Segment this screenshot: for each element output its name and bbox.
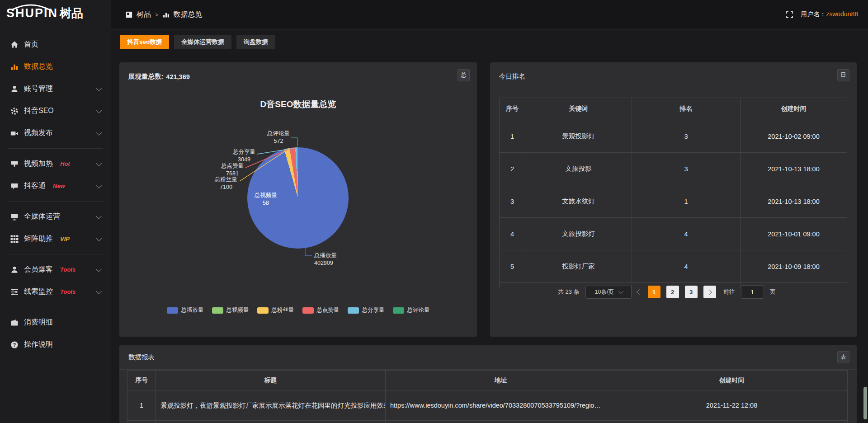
username-value[interactable]: zswodun88 bbox=[826, 10, 858, 18]
table-row: 2文旅投影32021-10-13 18:00 bbox=[500, 153, 847, 185]
sidebar-divider bbox=[8, 307, 103, 307]
vertical-scrollbar-thumb[interactable] bbox=[863, 387, 867, 419]
next-page-button[interactable] bbox=[703, 286, 716, 298]
goto-unit: 页 bbox=[770, 288, 776, 296]
video-url-link[interactable]: https://www.iesdouyin.com/share/video/70… bbox=[386, 390, 616, 421]
vip-badge: VIP bbox=[60, 235, 70, 242]
column-header: 排名 bbox=[632, 98, 741, 120]
chevron-down-icon bbox=[96, 108, 102, 113]
sidebar: SHUPIN树品 首页 数据总览 账号管理 抖音SEO 视频发布 视 bbox=[0, 0, 111, 423]
legend-item-likes[interactable]: 总点赞量 bbox=[302, 306, 340, 314]
sidebar-item-label: 操作说明 bbox=[24, 340, 53, 349]
pie-label-shares: 总分享量3049 bbox=[233, 148, 255, 164]
chart-title: D音SEO数据量总览 bbox=[119, 99, 477, 110]
breadcrumb-current[interactable]: 数据总览 bbox=[174, 10, 203, 19]
chevron-down-icon bbox=[96, 235, 102, 241]
sidebar-item-label: 视频加热 bbox=[24, 159, 53, 169]
chevron-right-icon bbox=[706, 289, 712, 295]
window-icon bbox=[126, 11, 132, 18]
legend-item-fans[interactable]: 总粉丝量 bbox=[257, 306, 294, 314]
wallet-icon bbox=[10, 319, 19, 327]
chevron-down-icon bbox=[618, 289, 623, 294]
goto-page-input[interactable] bbox=[741, 285, 764, 299]
monitor-icon bbox=[10, 213, 19, 221]
breadcrumb: 树品 > 数据总览 bbox=[126, 0, 203, 29]
legend-swatch bbox=[302, 307, 314, 314]
sidebar-item-matrix-boost[interactable]: 矩阵助推 VIP bbox=[0, 228, 111, 250]
sidebar-item-video-heat[interactable]: 视频加热 Hot bbox=[0, 153, 111, 175]
sidebar-item-douyin-seo[interactable]: 抖音SEO bbox=[0, 100, 111, 122]
impressions-label: 展现量总数: bbox=[128, 72, 163, 81]
tools-badge: Tools bbox=[60, 266, 75, 273]
prev-page-button[interactable] bbox=[637, 288, 642, 296]
column-header: 关键词 bbox=[525, 98, 632, 120]
sidebar-item-label: 抖客通 bbox=[24, 181, 46, 191]
total-badge-button[interactable]: 总 bbox=[458, 69, 470, 81]
username-label: 用户名： bbox=[801, 10, 826, 18]
chat-icon bbox=[10, 182, 19, 190]
pagination-total: 共 23 条 bbox=[558, 288, 580, 296]
pie-label-fans: 总粉丝量7100 bbox=[215, 176, 237, 191]
legend-swatch bbox=[167, 307, 178, 314]
legend-item-shares[interactable]: 总分享量 bbox=[348, 306, 385, 314]
member-icon bbox=[10, 266, 19, 274]
ranking-table: 序号 关键词 排名 创建时间 1景观投影灯32021-10-02 09:00 2… bbox=[499, 98, 847, 289]
chevron-down-icon bbox=[96, 85, 102, 91]
table-row: 1景观投影灯32021-10-02 09:00 bbox=[500, 120, 847, 153]
label-line-comments bbox=[291, 138, 297, 146]
sidebar-divider bbox=[8, 201, 103, 202]
pie-label-comments: 总评论量572 bbox=[267, 130, 290, 145]
user-area: 用户名：zswodun88 bbox=[786, 0, 858, 29]
sidebar-item-consumption[interactable]: 消费明细 bbox=[0, 311, 111, 334]
legend-swatch bbox=[348, 307, 359, 314]
data-tabs: 抖音seo数据 全媒体运营数据 询盘数据 bbox=[120, 35, 275, 49]
report-table-header-row: 序号 标题 地址 创建时间 bbox=[127, 371, 848, 390]
breadcrumb-root[interactable]: 树品 bbox=[137, 10, 151, 19]
report-table: 序号 标题 地址 创建时间 1 景观投影灯，夜游景观投影灯厂家展示展示落花灯在花… bbox=[127, 370, 848, 423]
main-content: 抖音seo数据 全媒体运营数据 询盘数据 展现量总数: 421,369 总 D音… bbox=[111, 29, 868, 423]
sidebar-item-label: 消费明细 bbox=[24, 318, 53, 327]
goto-label: 前往 bbox=[723, 288, 735, 296]
report-panel: 数据报表 表 序号 标题 地址 创建时间 1 景观投影灯，夜游景观投影灯厂家展示… bbox=[119, 345, 857, 423]
legend-item-plays[interactable]: 总播放量 bbox=[167, 306, 204, 314]
chevron-down-icon bbox=[96, 183, 102, 188]
svg-text:?: ? bbox=[13, 342, 16, 347]
sidebar-item-douketong[interactable]: 抖客通 New bbox=[0, 175, 111, 197]
created-time-cell: 2021-11-22 12:08 bbox=[616, 390, 848, 421]
legend-item-videos[interactable]: 总视频量 bbox=[212, 306, 249, 314]
page-size-select[interactable]: 10条/页 bbox=[585, 286, 632, 299]
tab-douyin-seo-data[interactable]: 抖音seo数据 bbox=[120, 35, 169, 49]
day-badge-button[interactable]: 日 bbox=[837, 69, 849, 81]
sidebar-item-lead-monitor[interactable]: 线索监控 Tools bbox=[0, 281, 111, 303]
breadcrumb-separator: > bbox=[155, 11, 159, 18]
screen-icon bbox=[10, 160, 19, 168]
table-row: 4文旅投影灯42021-10-01 09:00 bbox=[500, 218, 847, 250]
sidebar-item-data-overview[interactable]: 数据总览 bbox=[0, 56, 111, 78]
column-header: 创建时间 bbox=[741, 98, 847, 120]
sidebar-item-video-publish[interactable]: 视频发布 bbox=[0, 122, 111, 144]
sidebar-item-member-burst[interactable]: 会员爆客 Tools bbox=[0, 258, 111, 281]
table-row: 1 景观投影灯，夜游景观投影灯厂家展示展示落花灯在花园里的灯光投影应用效果 # … bbox=[127, 390, 848, 421]
sidebar-item-account[interactable]: 账号管理 bbox=[0, 78, 111, 100]
sidebar-item-label: 账号管理 bbox=[24, 84, 53, 94]
table-badge-button[interactable]: 表 bbox=[837, 351, 849, 363]
tab-omnimedia-data[interactable]: 全媒体运营数据 bbox=[174, 35, 231, 49]
chevron-down-icon bbox=[96, 266, 102, 272]
page-button-2[interactable]: 2 bbox=[666, 286, 679, 298]
chart-legend: 总播放量 总视频量 总粉丝量 总点赞量 总分享量 总评论量 bbox=[119, 306, 477, 314]
page-button-3[interactable]: 3 bbox=[685, 286, 698, 298]
question-circle-icon: ? bbox=[10, 341, 19, 349]
legend-item-comments[interactable]: 总评论量 bbox=[393, 306, 430, 314]
sidebar-item-omnimedia[interactable]: 全媒体运营 bbox=[0, 206, 111, 228]
sidebar-item-label: 数据总览 bbox=[24, 62, 53, 71]
video-camera-icon bbox=[10, 129, 19, 137]
sidebar-item-home[interactable]: 首页 bbox=[0, 33, 111, 56]
table-row: 5投影灯厂家42021-10-09 18:00 bbox=[500, 250, 847, 283]
new-badge: New bbox=[53, 183, 65, 189]
fullscreen-icon[interactable] bbox=[786, 11, 793, 19]
sidebar-item-instructions[interactable]: ? 操作说明 bbox=[0, 334, 111, 356]
tab-inquiry-data[interactable]: 询盘数据 bbox=[236, 35, 275, 49]
user-icon bbox=[10, 85, 19, 93]
page-button-1[interactable]: 1 bbox=[648, 286, 660, 298]
bar-chart-icon bbox=[163, 11, 170, 18]
